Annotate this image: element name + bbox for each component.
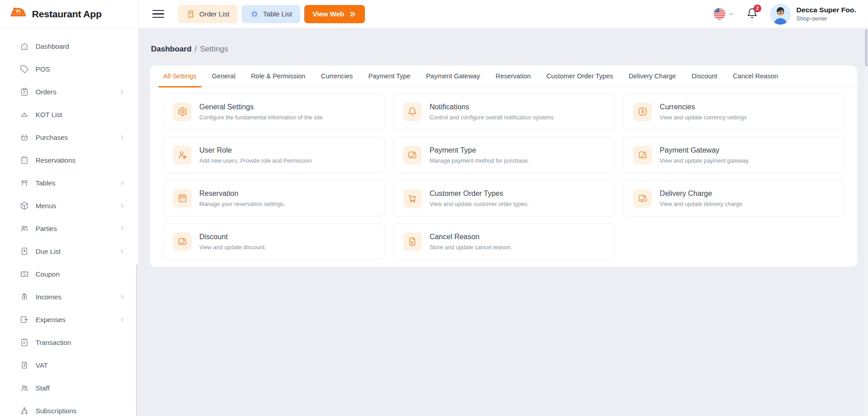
tab-currencies[interactable]: Currencies: [313, 66, 360, 87]
hamburger-menu-icon[interactable]: [152, 10, 164, 18]
sidebar-item-tables[interactable]: Tables: [0, 171, 138, 194]
table-icon: [20, 179, 29, 187]
money-bag-icon: [20, 293, 29, 301]
app-title: Restaurant App: [32, 9, 102, 20]
sidebar-item-due-list[interactable]: Due List: [0, 240, 138, 262]
card-description: Manage payment method for purchase.: [430, 158, 529, 164]
page-scrollbar-thumb[interactable]: [865, 29, 868, 67]
sidebar-item-incomes[interactable]: Incomes: [0, 285, 138, 308]
settings-panel: All SettingsGeneralRole & PermissionCurr…: [150, 66, 857, 267]
chevron-right-icon: [119, 180, 125, 186]
sidebar-item-coupon[interactable]: Coupon: [0, 262, 138, 285]
cart-icon: [407, 193, 417, 203]
basket-icon: [20, 133, 29, 142]
sidebar-item-vat[interactable]: VAT: [0, 354, 138, 376]
settings-card-general-settings[interactable]: General Settings Configure the fundament…: [163, 93, 385, 130]
settings-card-customer-order-types[interactable]: Customer Order Types View and update cus…: [393, 180, 615, 216]
topbar: Order List Table List View Web: [139, 0, 868, 28]
sidebar-item-label: Menus: [36, 202, 56, 210]
chevron-down-icon: [728, 11, 734, 17]
card-description: View and update delivery charge.: [660, 201, 744, 207]
card-title: Currencies: [660, 103, 747, 111]
sidebar-item-dashboard[interactable]: Dashboard: [0, 35, 138, 57]
card-description: View and update payment gateway.: [660, 158, 749, 164]
us-flag-icon: [713, 8, 726, 20]
tab-payment-type[interactable]: Payment Type: [361, 66, 418, 87]
sidebar-item-pos[interactable]: POS: [0, 57, 138, 80]
dollar-square-icon: [638, 107, 648, 117]
payment-hand-icon: [638, 193, 648, 203]
card-description: Store and update cancel reason.: [430, 244, 512, 251]
settings-card-cancel-reason[interactable]: Cancel Reason Store and update cancel re…: [393, 223, 615, 260]
table-list-label: Table List: [263, 10, 292, 18]
clipboard-icon: [20, 87, 29, 96]
avatar-image: [770, 4, 791, 25]
tab-delivery-charge[interactable]: Delivery Charge: [621, 66, 684, 87]
page-scrollbar[interactable]: [864, 28, 868, 416]
sidebar-item-transaction[interactable]: Transaction: [0, 331, 138, 354]
chevron-right-icon: [119, 316, 125, 323]
receipt-icon: [20, 361, 29, 370]
chevron-right-icon: [119, 88, 125, 95]
sidebar-item-reservations[interactable]: Reservations: [0, 149, 138, 171]
breadcrumb-dashboard[interactable]: Dashboard: [151, 45, 192, 54]
table-list-button[interactable]: Table List: [242, 5, 300, 23]
notifications-button[interactable]: 2: [746, 7, 758, 21]
card-icon-box: [173, 103, 192, 121]
card-title: Payment Gateway: [660, 146, 749, 154]
sidebar-item-kot-list[interactable]: KOT List: [0, 103, 138, 126]
sidebar-item-parties[interactable]: Parties: [0, 217, 138, 240]
chevron-right-icon: [119, 248, 125, 255]
settings-card-delivery-charge[interactable]: Delivery Charge View and update delivery…: [623, 180, 845, 216]
sidebar-item-menus[interactable]: Menus: [0, 194, 138, 217]
sidebar-item-label: KOT List: [36, 111, 62, 118]
settings-card-payment-gateway[interactable]: Payment Gateway View and update payment …: [623, 137, 845, 173]
tab-payment-gateway[interactable]: Payment Gateway: [418, 66, 488, 87]
sidebar-item-staff[interactable]: Staff: [0, 376, 138, 399]
settings-card-reservation[interactable]: Reservation Manage your reservation sett…: [163, 180, 385, 216]
sidebar-item-label: Parties: [36, 225, 57, 232]
tab-discount[interactable]: Discount: [684, 66, 725, 87]
card-title: Customer Order Types: [430, 190, 529, 198]
sidebar-item-label: Purchases: [36, 134, 68, 141]
user-avatar[interactable]: [770, 4, 791, 25]
package-icon: [20, 201, 29, 210]
card-icon-box: [173, 146, 192, 164]
sidebar-item-expenses[interactable]: Expenses: [0, 308, 138, 331]
settings-card-payment-type[interactable]: Payment Type Manage payment method for p…: [393, 137, 615, 173]
sidebar-item-purchases[interactable]: Purchases: [0, 126, 138, 149]
tag-icon: [20, 65, 29, 73]
tab-reservation[interactable]: Reservation: [488, 66, 538, 87]
sidebar-scrollbar-thumb[interactable]: [136, 264, 138, 416]
order-list-button[interactable]: Order List: [178, 5, 238, 23]
view-web-button[interactable]: View Web: [304, 5, 364, 23]
tab-role-permission[interactable]: Role & Permission: [243, 66, 313, 87]
order-list-label: Order List: [199, 10, 229, 18]
breadcrumb-current: Settings: [200, 45, 228, 54]
sidebar-item-label: Incomes: [36, 293, 62, 301]
app-logo[interactable]: Restaurant App: [0, 0, 138, 28]
card-description: View and update currency settings: [660, 114, 747, 121]
language-selector[interactable]: [713, 8, 734, 20]
settings-card-currencies[interactable]: Currencies View and update currency sett…: [623, 93, 845, 130]
user-menu[interactable]: Decca Super Foo. Shop-owner: [796, 6, 856, 22]
cloche-icon: [20, 110, 29, 119]
tab-all-settings[interactable]: All Settings: [156, 66, 204, 87]
card-title: Discount: [199, 233, 266, 241]
gear-icon: [177, 107, 187, 117]
card-description: Configure the fundamental information of…: [199, 114, 324, 121]
main-content: Dashboard / Settings All SettingsGeneral…: [139, 28, 868, 416]
tab-general[interactable]: General: [204, 66, 244, 87]
file-x-icon: [407, 236, 417, 247]
sidebar-item-orders[interactable]: Orders: [0, 80, 138, 103]
settings-card-user-role[interactable]: User Role Add new users, Provide role an…: [163, 137, 385, 173]
settings-card-notifications[interactable]: Notifications Control and configure over…: [393, 93, 615, 130]
user-role: Shop-owner: [796, 15, 856, 22]
card-icon-box: [403, 103, 422, 121]
tab-customer-order-types[interactable]: Customer Order Types: [539, 66, 621, 87]
tab-cancel-reason[interactable]: Cancel Reason: [725, 66, 786, 87]
sidebar-item-subscriptions[interactable]: Subscriptions: [0, 399, 138, 416]
card-icon-box: [173, 232, 192, 251]
settings-card-discount[interactable]: Discount View and update discount.: [163, 223, 385, 260]
sidebar-item-label: Orders: [36, 88, 57, 96]
